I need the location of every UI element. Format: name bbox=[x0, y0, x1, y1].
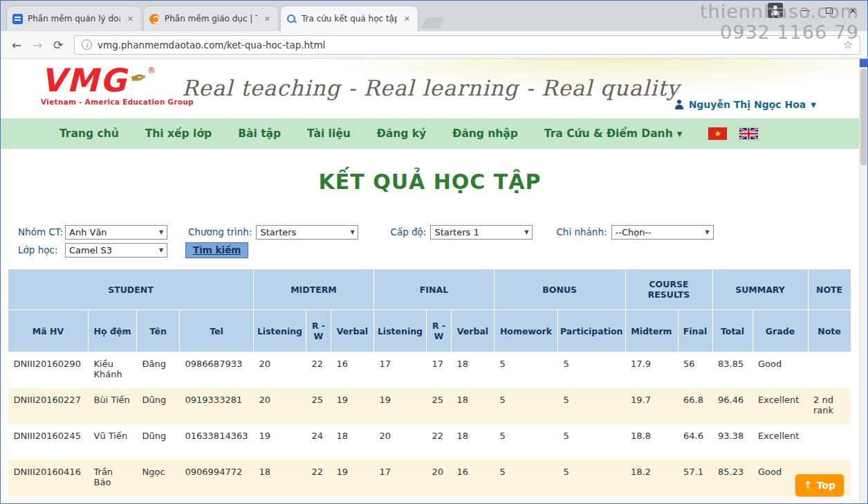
table-cell: 2 nd rank bbox=[808, 388, 851, 424]
management-app-favicon-icon bbox=[12, 14, 23, 24]
table-cell: Kiều Khánh bbox=[89, 352, 137, 388]
maximize-button[interactable] bbox=[819, 3, 840, 18]
chevron-down-icon: ▼ bbox=[677, 130, 683, 138]
user-name: Nguyễn Thị Ngọc Hoa bbox=[689, 99, 806, 110]
column-header: Total bbox=[712, 310, 752, 352]
page-info-icon[interactable]: i bbox=[82, 39, 92, 50]
chuong-trinh-select[interactable]: Starters ▼ bbox=[256, 225, 358, 240]
refresh-button[interactable]: ⟳ bbox=[49, 36, 67, 54]
lop-hoc-label: Lớp học: bbox=[18, 244, 61, 255]
nav-item-thi-xep-lop[interactable]: Thi xếp lớp bbox=[145, 127, 212, 140]
scroll-to-top-button[interactable]: ↑ Top bbox=[795, 474, 844, 496]
nav-item-tra-cuu-diem-danh[interactable]: Tra Cứu & Điểm Danh ▼ bbox=[544, 127, 683, 140]
nav-item-bai-tap[interactable]: Bài tập bbox=[238, 127, 281, 140]
table-cell: DNIII20160019 bbox=[8, 496, 89, 504]
tab-label: Tra cứu kết quả học tập bbox=[302, 14, 397, 24]
nav-item-dang-nhap[interactable]: Đăng nhập bbox=[452, 127, 518, 140]
column-header: Mã HV bbox=[8, 310, 89, 352]
table-cell: 18 bbox=[331, 424, 373, 460]
table-cell: 0986687933 bbox=[180, 352, 254, 388]
table-cell: 20 bbox=[253, 496, 306, 504]
cap-do-select[interactable]: Starters 1 ▼ bbox=[430, 225, 533, 240]
nhom-ct-select[interactable]: Anh Văn ▼ bbox=[65, 225, 167, 240]
column-header: Listening bbox=[253, 310, 306, 352]
scrollbar-thumb[interactable] bbox=[860, 69, 867, 165]
arrow-up-icon: ↑ bbox=[804, 480, 813, 491]
browser-tab-active[interactable]: Tra cứu kết quả học tập ✕ bbox=[280, 6, 418, 31]
dropdown-arrow-icon: ▼ bbox=[156, 247, 167, 253]
table-cell: 19 bbox=[331, 388, 373, 424]
education-app-favicon-icon bbox=[149, 14, 160, 24]
lop-hoc-value: Camel S3 bbox=[69, 245, 112, 255]
nav-item-dang-ky[interactable]: Đăng ký bbox=[377, 127, 426, 140]
table-cell: 18.2 bbox=[625, 496, 678, 504]
table-cell: 18.2 bbox=[625, 460, 678, 496]
page-scrollbar[interactable] bbox=[859, 59, 867, 503]
table-cell: 93.38 bbox=[712, 424, 752, 460]
column-group-header: STUDENT bbox=[8, 269, 254, 310]
search-button[interactable]: Tìm kiếm bbox=[185, 242, 248, 258]
table-cell: 22 bbox=[426, 424, 451, 460]
table-cell: Fair bbox=[752, 496, 808, 504]
column-header: Tel bbox=[180, 310, 254, 352]
tab-close-icon[interactable]: ✕ bbox=[125, 13, 136, 25]
table-cell: 17 bbox=[373, 496, 426, 504]
table-row: DNIII20160416Trần BảoNgọc090699477218221… bbox=[8, 460, 851, 496]
table-cell: 20 bbox=[426, 460, 451, 496]
column-header: R - W bbox=[306, 310, 331, 352]
table-cell: 17 bbox=[373, 352, 426, 388]
column-header: Participation bbox=[557, 310, 625, 352]
table-cell: Excellent bbox=[752, 424, 808, 460]
nav-item-tai-lieu[interactable]: Tài liệu bbox=[307, 127, 351, 140]
table-cell bbox=[808, 496, 851, 504]
lop-hoc-select[interactable]: Camel S3 ▼ bbox=[65, 243, 167, 258]
table-cell: 20 bbox=[253, 388, 306, 424]
table-cell: 16 bbox=[451, 460, 494, 496]
table-cell: DNIII20160227 bbox=[8, 388, 89, 424]
vietnam-flag-icon[interactable]: ★ bbox=[708, 127, 727, 140]
chi-nhanh-label: Chi nhánh: bbox=[556, 226, 607, 237]
url-text: vmg.phanmemdaotao.com/ket-qua-hoc-tap.ht… bbox=[98, 39, 838, 51]
table-row: DNIII20160227Bùi TiếnDũng091933328120251… bbox=[8, 388, 851, 424]
tab-close-icon[interactable]: ✕ bbox=[262, 13, 273, 25]
window-controls: ✕ bbox=[768, 3, 863, 18]
back-button[interactable]: ← bbox=[8, 36, 26, 54]
column-group-header: NOTE bbox=[808, 269, 851, 310]
nhom-ct-value: Anh Văn bbox=[69, 227, 107, 237]
table-cell: Trần Bảo bbox=[89, 460, 137, 496]
new-tab-button[interactable] bbox=[421, 17, 445, 28]
browser-tab-1[interactable]: Phần mềm quản lý doanh ✕ bbox=[6, 6, 142, 31]
table-cell: 0906994772 bbox=[180, 460, 254, 496]
table-cell: Dũng bbox=[137, 388, 180, 424]
chi-nhanh-select[interactable]: --Chọn-- ▼ bbox=[611, 225, 714, 240]
chuong-trinh-value: Starters bbox=[260, 227, 296, 237]
table-cell: DNIII20160416 bbox=[8, 460, 89, 496]
nav-item-trang-chu[interactable]: Trang chủ bbox=[59, 127, 119, 140]
user-menu[interactable]: Nguyễn Thị Ngọc Hoa ▼ bbox=[674, 99, 816, 110]
browser-tab-2[interactable]: Phần mềm giáo dục | Tiế ✕ bbox=[143, 6, 279, 31]
table-cell: 96.46 bbox=[712, 388, 752, 424]
close-button[interactable]: ✕ bbox=[842, 3, 863, 18]
table-cell: 5 bbox=[494, 352, 557, 388]
table-row: DNIII20160245Vũ TiếnDũng0163381436319241… bbox=[8, 424, 851, 460]
dropdown-arrow-icon: ▼ bbox=[702, 229, 713, 235]
tagline: Real teaching - Real learning - Real qua… bbox=[182, 75, 680, 100]
table-cell: 13 bbox=[426, 496, 451, 504]
browser-profile-avatar[interactable] bbox=[768, 3, 783, 18]
tab-close-icon[interactable]: ✕ bbox=[402, 13, 412, 25]
table-cell: 19.7 bbox=[625, 388, 678, 424]
uk-flag-icon[interactable] bbox=[739, 127, 758, 140]
table-cell: Ngọc bbox=[137, 460, 180, 496]
table-cell: 18 bbox=[451, 424, 494, 460]
chevron-down-icon: ▼ bbox=[811, 101, 816, 109]
browser-tab-strip: Phần mềm quản lý doanh ✕ Phần mềm giáo d… bbox=[1, 1, 867, 31]
forward-button[interactable]: → bbox=[28, 36, 46, 54]
content-area: KẾT QUẢ HỌC TẬP Nhóm CT: Anh Văn ▼ Chươn… bbox=[1, 149, 859, 503]
scrollbar-top-cap[interactable] bbox=[860, 59, 867, 67]
table-cell: 17 bbox=[373, 460, 426, 496]
table-row: DNIII20160019Phan Lê NhưQuỳnh09448177562… bbox=[8, 496, 851, 504]
bookmark-star-icon[interactable]: ☆ bbox=[843, 38, 853, 51]
minimize-button[interactable] bbox=[795, 3, 816, 18]
url-input[interactable]: i vmg.phanmemdaotao.com/ket-qua-hoc-tap.… bbox=[74, 35, 860, 55]
table-cell: Đăng bbox=[137, 352, 180, 388]
